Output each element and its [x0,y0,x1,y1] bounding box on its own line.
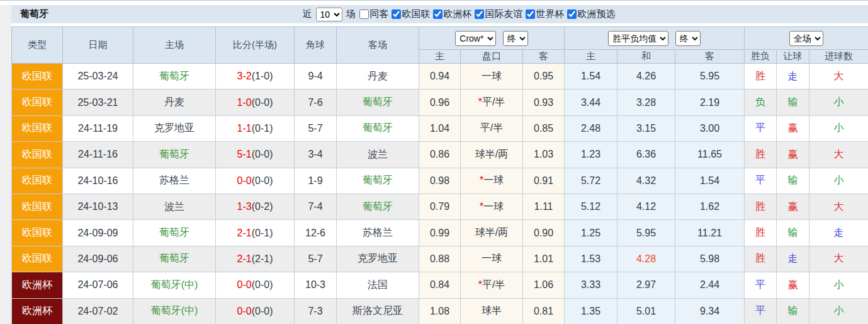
away-team-cell: 葡萄牙 [337,168,419,194]
avg-away-odds-cell: 2.19 [675,90,745,115]
crow-home-odds-cell: 1.08 [419,298,461,324]
table-row: 欧国联 24-09-09 葡萄牙 2-1(0-1) 12-6 苏格兰 0.99 … [12,220,868,246]
date-cell: 25-03-21 [63,90,133,115]
col-header-home: 主场 [133,27,216,64]
score-cell: 0-0(0-0) [216,168,295,194]
type-cell: 欧国联 [12,115,63,141]
filter-checkbox-nations-league[interactable]: 欧国联 [392,8,431,20]
handicap-result-cell: 输 [777,220,809,246]
avg-home-odds-cell: 1.25 [565,220,617,246]
result-cell: 胜 [745,64,777,90]
average-odds-select[interactable]: 胜平负均值 [608,31,668,46]
half-time-score: (0-0) [252,97,273,108]
handicap-cell: 平/半 [461,115,523,141]
crow-away-odds-cell: 0.91 [523,168,565,194]
handicap-text: 平/半 [482,279,505,290]
period-select[interactable]: 全场 [789,31,823,46]
avg-draw-odds-cell: 3.28 [617,90,675,115]
col-header-handicap: 盘口 [461,50,523,64]
handicap-result-cell: 输 [777,298,809,324]
handicap-cell: 球半/两 [461,220,523,246]
filter-checkbox-world-cup[interactable]: 世界杯 [526,8,565,20]
crow-away-odds-cell: 0.90 [523,220,565,246]
goals-result-cell: 小 [809,115,868,141]
goals-result-cell: 小 [809,90,868,115]
handicap-text: 平/半 [482,96,505,107]
date-cell: 24-07-06 [63,272,133,298]
col-header-crow-home: 主 [419,50,461,64]
away-team-cell: 法国 [337,272,419,298]
avg-draw-odds-cell: 5.01 [617,298,675,324]
type-cell: 欧国联 [12,90,63,115]
filter-checkbox-euro-cup[interactable]: 欧洲杯 [433,8,472,20]
average-odds-state-select[interactable]: 终 [675,31,701,46]
result-cell: 平 [745,272,777,298]
filter-checkbox-euro-qualifier[interactable]: 欧洲预选 [567,8,616,20]
col-header-corner: 角球 [295,27,337,64]
corner-cell: 10-3 [295,272,337,298]
handicap-text: 一球 [483,175,504,185]
friendly-checkbox-input[interactable] [475,9,484,19]
bookmaker-odds-state-select[interactable]: 终 [503,31,528,46]
bookmaker-select[interactable]: Crow* [455,31,496,46]
table-row: 欧国联 24-10-13 波兰 1-3(0-2) 7-4 葡萄牙 0.79 *一… [12,194,868,219]
avg-draw-odds-cell: 3.15 [617,115,675,141]
crow-home-odds-cell: 0.99 [419,220,461,246]
crow-home-odds-cell: 0.94 [419,64,461,90]
result-cell: 平 [745,168,777,194]
col-header-goals: 进球数 [809,50,868,64]
date-cell: 25-03-24 [63,64,133,90]
table-row: 欧国联 24-10-16 苏格兰 0-0(0-0) 1-9 葡萄牙 0.98 *… [12,168,868,194]
home-team-cell: 苏格兰 [133,168,216,194]
avg-away-odds-cell: 3.00 [675,115,745,141]
table-row: 欧洲杯 24-07-06 葡萄牙(中) 0-0(0-0) 10-3 法国 0.8… [12,272,868,298]
avg-draw-odds-cell: 5.95 [617,220,675,246]
avg-home-odds-cell: 3.33 [565,272,617,298]
goals-result-cell: 小 [809,168,868,194]
handicap-result-cell: 走 [777,64,809,90]
handicap-result-cell: 赢 [777,194,809,219]
handicap-text: 一球 [483,201,504,212]
col-header-score: 比分(半场) [216,27,295,64]
avg-away-odds-cell: 9.34 [675,298,745,324]
type-cell: 欧国联 [12,246,63,272]
away-team-cell: 苏格兰 [337,220,419,246]
euro-qualifier-checkbox-input[interactable] [567,9,577,19]
type-cell: 欧洲杯 [12,272,63,298]
away-team-cell: 葡萄牙 [337,90,419,115]
handicap-text: 平/半 [480,122,503,133]
euro-cup-checkbox-input[interactable] [433,9,442,19]
team-title: 葡萄牙 [20,8,48,20]
half-time-score: (0-0) [252,306,273,316]
date-cell: 24-09-09 [63,220,133,246]
goals-result-cell: 大 [809,142,868,168]
same-away-checkbox-input[interactable] [359,9,369,19]
type-cell: 欧国联 [12,194,63,219]
match-history-panel: 葡萄牙 近 10 场 同客 欧国联 欧洲杯 国际友谊 [11,5,868,324]
crow-home-odds-cell: 1.04 [419,115,461,141]
handicap-cell: 球半 [461,298,523,324]
handicap-cell: *一球 [461,194,523,219]
col-header-avg-home: 主 [565,50,617,64]
half-time-score: (2-1) [252,253,273,264]
filter-checkbox-friendly[interactable]: 国际友谊 [475,8,523,20]
half-time-score: (0-0) [252,175,273,186]
nations-league-checkbox-input[interactable] [392,9,401,19]
score-cell: 0-0(0-0) [216,272,295,298]
same-away-checkbox[interactable]: 同客 [359,8,389,20]
score-cell: 1-0(0-0) [216,90,295,115]
recent-count-select[interactable]: 10 [316,8,342,21]
crow-home-odds-cell: 0.86 [419,142,461,168]
date-cell: 24-11-16 [63,142,133,168]
home-team-cell: 葡萄牙 [133,142,216,168]
corner-cell: 9-4 [295,64,337,90]
goals-result-cell: 大 [809,246,868,272]
half-time-score: (0-1) [252,228,273,238]
corner-cell: 7-6 [295,90,337,115]
date-cell: 24-09-06 [63,246,133,272]
avg-home-odds-cell: 1.23 [565,142,617,168]
world-cup-checkbox-input[interactable] [526,9,535,19]
avg-draw-odds-cell: 4.26 [617,64,675,90]
page-top-divider [0,0,868,1]
corner-cell: 5-7 [295,115,337,141]
